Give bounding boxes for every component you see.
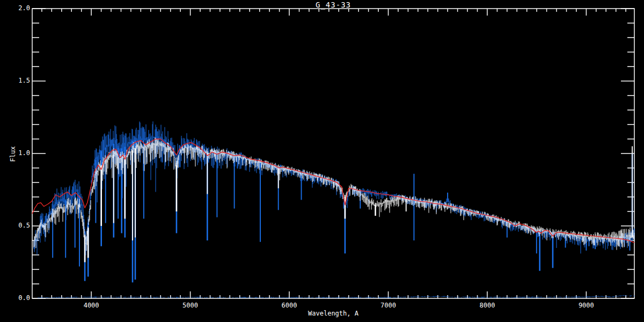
y-tick-label: 0.0	[6, 294, 30, 302]
x-tick-label: 8000	[479, 302, 495, 309]
y-tick-label: 2.0	[6, 4, 30, 12]
chart-title: G_43-33	[316, 1, 351, 9]
y-tick-label: 1.0	[6, 149, 30, 157]
y-tick-label: 1.5	[6, 77, 30, 84]
x-tick-label: 6000	[282, 302, 297, 309]
y-tick-label: 0.5	[6, 222, 30, 229]
x-tick-label: 9000	[579, 302, 594, 309]
x-tick-label: 7000	[380, 302, 396, 309]
spectrum-chart-window: G_43-33 Wavelength, A Flux 4000500060007…	[0, 0, 644, 322]
plot-canvas	[0, 0, 644, 322]
x-tick-label: 4000	[84, 302, 99, 309]
x-axis-label: Wavelength, A	[308, 310, 358, 317]
x-tick-label: 5000	[182, 302, 198, 309]
